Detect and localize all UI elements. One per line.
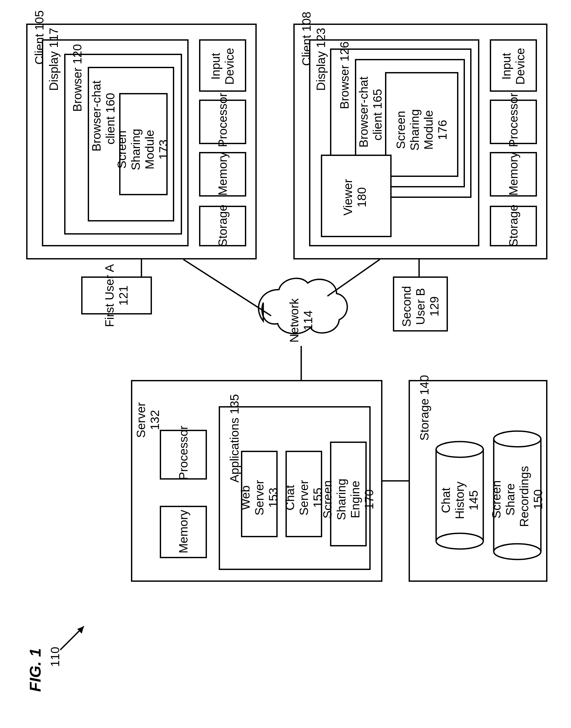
viewer-180-label: Viewer 180	[341, 174, 369, 221]
network-label: Network 114	[287, 297, 315, 344]
memory-108-label: Memory	[506, 153, 521, 196]
display-117-label: Display 117	[47, 65, 61, 91]
browser-chat-client-160-label: Browser-chat client 160	[90, 86, 117, 151]
input-device-108-label: Input Device	[499, 43, 527, 90]
ref-arrowhead	[77, 626, 84, 634]
chat-history-label: Chat History 145	[439, 478, 481, 523]
server-132-label: Server 132	[134, 400, 162, 440]
processor-server-label: Processor	[177, 430, 191, 480]
connector	[327, 259, 380, 296]
second-user-b-label: Second User B 129	[400, 280, 441, 332]
display-123-label: Display 123	[314, 65, 328, 91]
screen-recordings-label: Screen Share Recordings 150	[489, 472, 545, 527]
storage-140-label: Storage 140	[418, 401, 431, 440]
screen-sharing-module-173-label: Screen Sharing Module 173	[115, 126, 170, 173]
storage-108-label: Storage	[506, 205, 521, 246]
chat-server-155-label: Chat Server 155	[283, 478, 325, 517]
storage-105-label: Storage	[216, 205, 230, 246]
browser-120-label: Browser 120	[71, 80, 84, 112]
figure-title: FIG. 1	[26, 648, 44, 692]
memory-server-label: Memory	[177, 511, 191, 553]
screen-sharing-module-176-label: Screen Sharing Module 176	[394, 106, 449, 153]
first-user-a-label: First User A 121	[103, 260, 130, 331]
browser-chat-client-165-label: Browser-chat client 165	[357, 82, 384, 147]
svg-point-9	[494, 544, 541, 559]
ref-110: 110	[48, 645, 62, 668]
browser-126-label: Browser 126	[338, 78, 351, 109]
ref-arrow	[60, 626, 84, 650]
processor-108-label: Processor	[506, 97, 521, 147]
web-server-153-label: Web Server 153	[239, 479, 280, 516]
screen-sharing-engine-170-label: Screen Sharing Engine 170	[321, 479, 376, 520]
input-device-105-label: Input Device	[209, 43, 236, 90]
memory-105-label: Memory	[216, 153, 230, 196]
svg-point-4	[436, 533, 483, 549]
processor-105-label: Processor	[216, 97, 230, 147]
connector	[183, 259, 271, 316]
applications-135-label: Applications 135	[228, 430, 241, 483]
